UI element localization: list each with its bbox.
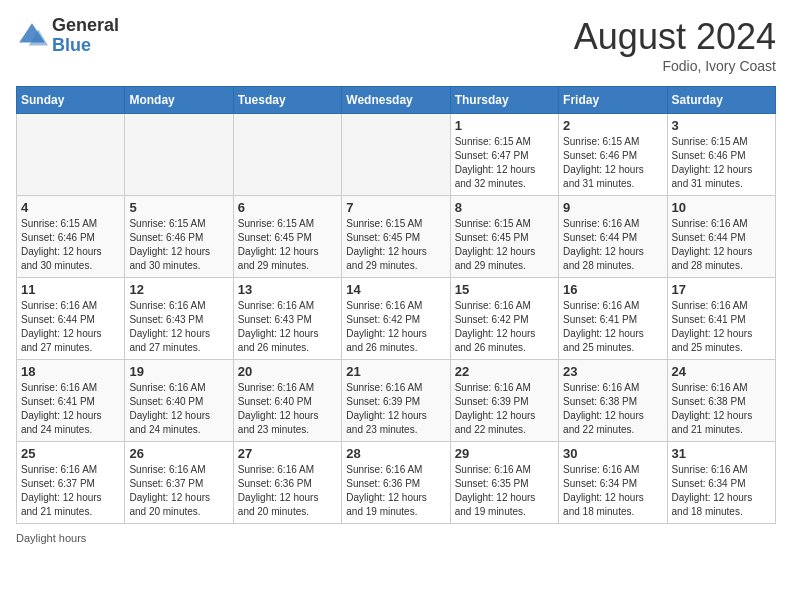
day-cell: 26Sunrise: 6:16 AMSunset: 6:37 PMDayligh… <box>125 442 233 524</box>
day-number: 10 <box>672 200 771 215</box>
day-number: 14 <box>346 282 445 297</box>
day-cell: 7Sunrise: 6:15 AMSunset: 6:45 PMDaylight… <box>342 196 450 278</box>
logo: General Blue <box>16 16 119 56</box>
day-cell: 25Sunrise: 6:16 AMSunset: 6:37 PMDayligh… <box>17 442 125 524</box>
day-info: Sunrise: 6:16 AMSunset: 6:43 PMDaylight:… <box>238 299 337 355</box>
day-number: 8 <box>455 200 554 215</box>
day-info: Sunrise: 6:16 AMSunset: 6:36 PMDaylight:… <box>346 463 445 519</box>
day-number: 15 <box>455 282 554 297</box>
day-number: 29 <box>455 446 554 461</box>
day-number: 7 <box>346 200 445 215</box>
day-info: Sunrise: 6:16 AMSunset: 6:44 PMDaylight:… <box>563 217 662 273</box>
day-info: Sunrise: 6:16 AMSunset: 6:40 PMDaylight:… <box>129 381 228 437</box>
day-number: 16 <box>563 282 662 297</box>
week-row-5: 25Sunrise: 6:16 AMSunset: 6:37 PMDayligh… <box>17 442 776 524</box>
day-number: 20 <box>238 364 337 379</box>
day-number: 19 <box>129 364 228 379</box>
day-number: 6 <box>238 200 337 215</box>
weekday-header-row: SundayMondayTuesdayWednesdayThursdayFrid… <box>17 87 776 114</box>
week-row-1: 1Sunrise: 6:15 AMSunset: 6:47 PMDaylight… <box>17 114 776 196</box>
day-info: Sunrise: 6:16 AMSunset: 6:44 PMDaylight:… <box>21 299 120 355</box>
day-cell: 15Sunrise: 6:16 AMSunset: 6:42 PMDayligh… <box>450 278 558 360</box>
daylight-note: Daylight hours <box>16 532 86 544</box>
day-info: Sunrise: 6:16 AMSunset: 6:35 PMDaylight:… <box>455 463 554 519</box>
day-cell: 23Sunrise: 6:16 AMSunset: 6:38 PMDayligh… <box>559 360 667 442</box>
day-number: 23 <box>563 364 662 379</box>
day-info: Sunrise: 6:16 AMSunset: 6:40 PMDaylight:… <box>238 381 337 437</box>
day-cell: 28Sunrise: 6:16 AMSunset: 6:36 PMDayligh… <box>342 442 450 524</box>
day-info: Sunrise: 6:16 AMSunset: 6:36 PMDaylight:… <box>238 463 337 519</box>
weekday-header-monday: Monday <box>125 87 233 114</box>
day-number: 25 <box>21 446 120 461</box>
location-subtitle: Fodio, Ivory Coast <box>574 58 776 74</box>
week-row-3: 11Sunrise: 6:16 AMSunset: 6:44 PMDayligh… <box>17 278 776 360</box>
day-cell <box>342 114 450 196</box>
day-cell: 14Sunrise: 6:16 AMSunset: 6:42 PMDayligh… <box>342 278 450 360</box>
day-info: Sunrise: 6:16 AMSunset: 6:39 PMDaylight:… <box>455 381 554 437</box>
day-number: 3 <box>672 118 771 133</box>
day-info: Sunrise: 6:16 AMSunset: 6:42 PMDaylight:… <box>455 299 554 355</box>
day-info: Sunrise: 6:16 AMSunset: 6:41 PMDaylight:… <box>21 381 120 437</box>
day-number: 17 <box>672 282 771 297</box>
day-info: Sunrise: 6:16 AMSunset: 6:42 PMDaylight:… <box>346 299 445 355</box>
weekday-header-saturday: Saturday <box>667 87 775 114</box>
day-cell: 18Sunrise: 6:16 AMSunset: 6:41 PMDayligh… <box>17 360 125 442</box>
day-cell: 22Sunrise: 6:16 AMSunset: 6:39 PMDayligh… <box>450 360 558 442</box>
weekday-header-wednesday: Wednesday <box>342 87 450 114</box>
day-number: 2 <box>563 118 662 133</box>
day-cell: 5Sunrise: 6:15 AMSunset: 6:46 PMDaylight… <box>125 196 233 278</box>
day-info: Sunrise: 6:15 AMSunset: 6:45 PMDaylight:… <box>455 217 554 273</box>
calendar-table: SundayMondayTuesdayWednesdayThursdayFrid… <box>16 86 776 524</box>
day-number: 18 <box>21 364 120 379</box>
day-cell: 9Sunrise: 6:16 AMSunset: 6:44 PMDaylight… <box>559 196 667 278</box>
day-number: 30 <box>563 446 662 461</box>
week-row-4: 18Sunrise: 6:16 AMSunset: 6:41 PMDayligh… <box>17 360 776 442</box>
day-number: 28 <box>346 446 445 461</box>
weekday-header-friday: Friday <box>559 87 667 114</box>
day-info: Sunrise: 6:15 AMSunset: 6:46 PMDaylight:… <box>21 217 120 273</box>
day-info: Sunrise: 6:16 AMSunset: 6:41 PMDaylight:… <box>672 299 771 355</box>
day-cell: 24Sunrise: 6:16 AMSunset: 6:38 PMDayligh… <box>667 360 775 442</box>
day-cell: 10Sunrise: 6:16 AMSunset: 6:44 PMDayligh… <box>667 196 775 278</box>
day-info: Sunrise: 6:15 AMSunset: 6:46 PMDaylight:… <box>563 135 662 191</box>
day-number: 27 <box>238 446 337 461</box>
day-number: 13 <box>238 282 337 297</box>
day-cell: 1Sunrise: 6:15 AMSunset: 6:47 PMDaylight… <box>450 114 558 196</box>
day-info: Sunrise: 6:15 AMSunset: 6:46 PMDaylight:… <box>129 217 228 273</box>
day-info: Sunrise: 6:16 AMSunset: 6:34 PMDaylight:… <box>563 463 662 519</box>
day-number: 31 <box>672 446 771 461</box>
day-number: 22 <box>455 364 554 379</box>
logo-general-text: General <box>52 16 119 36</box>
title-block: August 2024 Fodio, Ivory Coast <box>574 16 776 74</box>
day-info: Sunrise: 6:16 AMSunset: 6:44 PMDaylight:… <box>672 217 771 273</box>
logo-icon <box>16 20 48 52</box>
footer-note: Daylight hours <box>16 532 776 544</box>
day-number: 11 <box>21 282 120 297</box>
day-cell: 19Sunrise: 6:16 AMSunset: 6:40 PMDayligh… <box>125 360 233 442</box>
logo-text: General Blue <box>52 16 119 56</box>
day-info: Sunrise: 6:15 AMSunset: 6:45 PMDaylight:… <box>346 217 445 273</box>
day-number: 1 <box>455 118 554 133</box>
day-cell: 13Sunrise: 6:16 AMSunset: 6:43 PMDayligh… <box>233 278 341 360</box>
day-info: Sunrise: 6:15 AMSunset: 6:47 PMDaylight:… <box>455 135 554 191</box>
day-cell: 4Sunrise: 6:15 AMSunset: 6:46 PMDaylight… <box>17 196 125 278</box>
day-cell: 6Sunrise: 6:15 AMSunset: 6:45 PMDaylight… <box>233 196 341 278</box>
day-cell <box>233 114 341 196</box>
day-info: Sunrise: 6:16 AMSunset: 6:41 PMDaylight:… <box>563 299 662 355</box>
weekday-header-tuesday: Tuesday <box>233 87 341 114</box>
day-info: Sunrise: 6:15 AMSunset: 6:45 PMDaylight:… <box>238 217 337 273</box>
day-number: 4 <box>21 200 120 215</box>
day-number: 26 <box>129 446 228 461</box>
day-info: Sunrise: 6:16 AMSunset: 6:38 PMDaylight:… <box>563 381 662 437</box>
day-cell: 12Sunrise: 6:16 AMSunset: 6:43 PMDayligh… <box>125 278 233 360</box>
day-info: Sunrise: 6:16 AMSunset: 6:37 PMDaylight:… <box>129 463 228 519</box>
day-cell: 31Sunrise: 6:16 AMSunset: 6:34 PMDayligh… <box>667 442 775 524</box>
day-number: 9 <box>563 200 662 215</box>
day-number: 5 <box>129 200 228 215</box>
day-cell: 17Sunrise: 6:16 AMSunset: 6:41 PMDayligh… <box>667 278 775 360</box>
weekday-header-thursday: Thursday <box>450 87 558 114</box>
day-cell: 20Sunrise: 6:16 AMSunset: 6:40 PMDayligh… <box>233 360 341 442</box>
day-number: 21 <box>346 364 445 379</box>
day-info: Sunrise: 6:16 AMSunset: 6:38 PMDaylight:… <box>672 381 771 437</box>
day-cell: 16Sunrise: 6:16 AMSunset: 6:41 PMDayligh… <box>559 278 667 360</box>
